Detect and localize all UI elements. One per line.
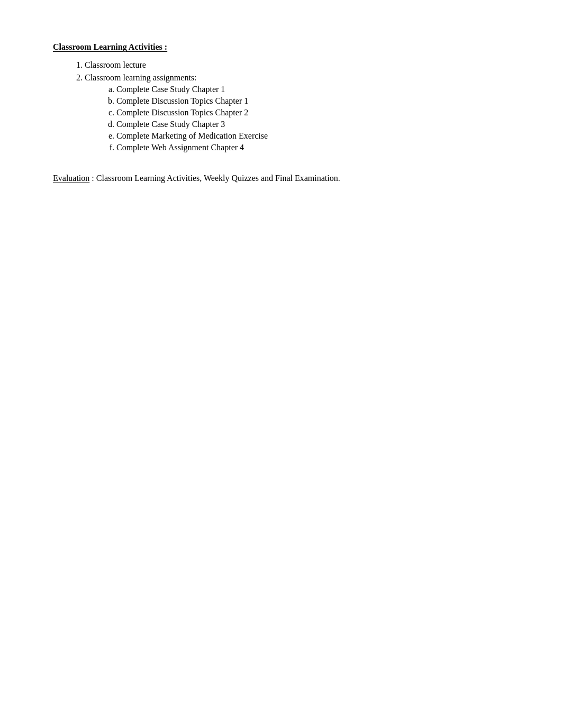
inner-list-item-b: Complete Discussion Topics Chapter 1 — [116, 96, 508, 106]
inner-list-item-c: Complete Discussion Topics Chapter 2 — [116, 108, 508, 117]
evaluation-text: : Classroom Learning Activities, Weekly … — [89, 174, 340, 183]
inner-list-item-d: Complete Case Study Chapter 3 — [116, 120, 508, 129]
inner-list-item-e: Complete Marketing of Medication Exercis… — [116, 131, 508, 141]
list-item-1-label: Classroom lecture — [85, 60, 146, 69]
inner-list: Complete Case Study Chapter 1 Complete D… — [85, 85, 508, 152]
list-item-2: Classroom learning assignments: Complete… — [85, 73, 508, 152]
list-item-1: Classroom lecture — [85, 60, 508, 70]
evaluation-label: Evaluation — [53, 174, 89, 183]
inner-list-item-a: Complete Case Study Chapter 1 — [116, 85, 508, 94]
page-content: Classroom Learning Activities : Classroo… — [53, 42, 508, 183]
outer-list: Classroom lecture Classroom learning ass… — [53, 60, 508, 152]
section-heading: Classroom Learning Activities : — [53, 42, 508, 52]
list-item-2-label: Classroom learning assignments: — [85, 73, 197, 82]
evaluation-section: Evaluation : Classroom Learning Activiti… — [53, 174, 508, 183]
inner-list-item-f: Complete Web Assignment Chapter 4 — [116, 143, 508, 152]
